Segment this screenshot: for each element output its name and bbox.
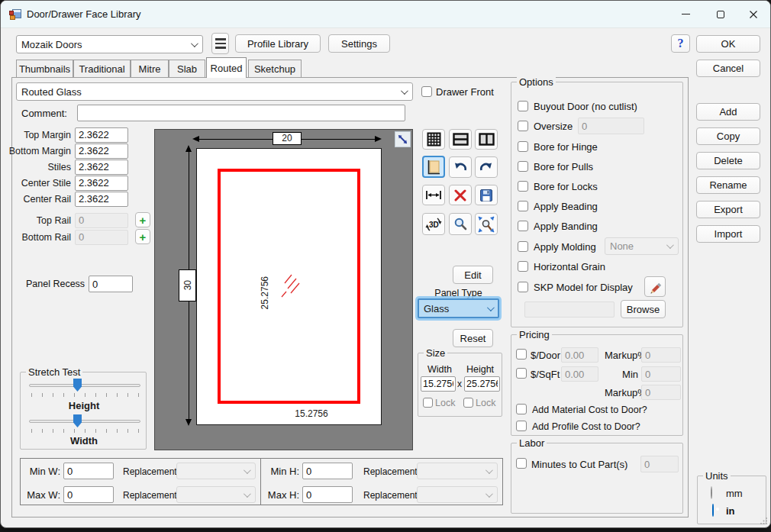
edit-button[interactable]: Edit	[453, 266, 493, 284]
min-w-input[interactable]	[63, 463, 114, 479]
browse-button[interactable]: Browse	[621, 300, 666, 318]
tab-routed[interactable]: Routed	[206, 57, 247, 78]
zoom-button[interactable]	[449, 213, 472, 235]
add-bottom-rail-button[interactable]: +	[135, 229, 150, 244]
apply-beading-checkbox[interactable]	[518, 201, 528, 211]
minimize-button[interactable]	[669, 1, 703, 27]
tab-thumbnails[interactable]: Thumbnails	[16, 60, 73, 77]
width-slider-track[interactable]	[29, 420, 140, 423]
center-stile-input[interactable]	[75, 176, 128, 191]
grid-layout-button[interactable]	[422, 129, 445, 150]
settings-button[interactable]: Settings	[328, 34, 390, 53]
max-h-replacement-select[interactable]	[417, 486, 498, 503]
zoom-extents-button[interactable]	[475, 213, 498, 235]
undo-button[interactable]	[449, 156, 472, 178]
close-button[interactable]	[736, 1, 770, 27]
apply-banding-checkbox[interactable]	[518, 221, 528, 231]
height-slider-track[interactable]	[29, 384, 140, 387]
skp-path-input[interactable]	[524, 301, 615, 318]
redo-button[interactable]	[475, 156, 498, 178]
add-material-cost-checkbox[interactable]	[516, 404, 527, 414]
lock-width-checkbox[interactable]	[423, 398, 433, 408]
max-w-input[interactable]	[63, 486, 114, 503]
add-button[interactable]: Add	[696, 103, 760, 121]
drawer-front-checkbox[interactable]	[421, 86, 432, 97]
minutes-to-cut-input[interactable]	[640, 456, 679, 472]
add-top-rail-button[interactable]: +	[135, 212, 150, 227]
lock-height-checkbox[interactable]	[463, 398, 473, 408]
split-horizontal-button[interactable]	[449, 129, 472, 150]
width-slider-ticks	[31, 429, 139, 433]
replacement-label: Replacement:	[123, 466, 179, 477]
markup1-input[interactable]	[641, 347, 681, 363]
tab-traditional[interactable]: Traditional	[73, 60, 131, 77]
apply-molding-select[interactable]: None	[605, 237, 679, 255]
horizontal-grain-checkbox[interactable]	[518, 261, 528, 272]
top-margin-input[interactable]	[75, 127, 128, 143]
per-door-input[interactable]	[561, 347, 598, 363]
panel-recess-input[interactable]	[89, 276, 133, 292]
tab-slab[interactable]: Slab	[169, 60, 205, 77]
rename-button[interactable]: Rename	[696, 176, 760, 194]
ok-button[interactable]: OK	[696, 35, 760, 53]
bore-pulls-checkbox[interactable]	[518, 161, 528, 172]
panel-mode-button[interactable]	[422, 156, 445, 178]
height-slider-thumb[interactable]	[73, 379, 82, 392]
min-w-replacement-select[interactable]	[176, 463, 256, 479]
min-h-replacement-select[interactable]	[417, 463, 498, 479]
import-button[interactable]: Import	[696, 225, 760, 243]
oversize-input[interactable]	[578, 118, 644, 134]
per-door-checkbox[interactable]	[516, 349, 527, 360]
oversize-checkbox[interactable]	[518, 121, 528, 131]
max-w-replacement-select[interactable]	[176, 486, 256, 503]
bottom-margin-input[interactable]	[75, 143, 128, 159]
apply-molding-checkbox[interactable]	[518, 241, 528, 252]
minutes-to-cut-checkbox[interactable]	[516, 458, 527, 469]
overall-height-value[interactable]: 30	[179, 269, 196, 301]
bottom-rail-input[interactable]	[75, 230, 128, 245]
width-slider-thumb[interactable]	[73, 414, 82, 427]
delete-button[interactable]: Delete	[696, 152, 760, 169]
size-width-input[interactable]	[421, 376, 456, 392]
export-button[interactable]: Export	[696, 201, 760, 218]
markup2-input[interactable]	[641, 385, 681, 400]
max-h-input[interactable]	[302, 486, 353, 503]
window-resize-grip[interactable]	[760, 517, 768, 525]
top-rail-input[interactable]	[75, 213, 128, 228]
skp-model-checkbox[interactable]	[518, 282, 528, 292]
add-profile-cost-checkbox[interactable]	[516, 421, 527, 431]
per-sqft-checkbox[interactable]	[516, 368, 527, 379]
dimension-button[interactable]	[422, 185, 445, 205]
skp-edit-button[interactable]	[644, 276, 666, 297]
bore-hinge-checkbox[interactable]	[518, 141, 528, 152]
split-vertical-button[interactable]	[475, 129, 498, 150]
tab-mitre[interactable]: Mitre	[131, 60, 169, 77]
copy-button[interactable]: Copy	[696, 127, 760, 145]
maximize-button[interactable]	[703, 1, 737, 27]
menu-button[interactable]	[211, 33, 229, 54]
min-h-input[interactable]	[302, 463, 353, 479]
stiles-input[interactable]	[75, 160, 128, 175]
help-button[interactable]: ?	[671, 34, 690, 53]
panel-type-select[interactable]: Glass	[418, 298, 499, 318]
profile-library-button[interactable]: Profile Library	[235, 34, 321, 53]
door-library-select[interactable]: Mozaik Doors	[16, 35, 203, 53]
door-style-select[interactable]: Routed Glass	[16, 82, 413, 101]
reset-button[interactable]: Reset	[453, 329, 493, 347]
units-in-radio[interactable]	[712, 504, 714, 517]
units-mm-radio[interactable]	[711, 486, 712, 499]
tab-sketchup[interactable]: Sketchup	[248, 60, 302, 77]
rotate-3d-button[interactable]: 3D	[422, 213, 445, 235]
buyout-door-checkbox[interactable]	[518, 101, 528, 111]
delete-section-button[interactable]	[449, 185, 472, 205]
size-height-input[interactable]	[464, 376, 500, 392]
overall-width-value[interactable]: 20	[273, 132, 302, 145]
preview-resize-button[interactable]	[395, 131, 411, 147]
per-sqft-input[interactable]	[561, 366, 598, 382]
bore-locks-checkbox[interactable]	[518, 181, 528, 192]
save-button[interactable]	[475, 185, 498, 205]
center-rail-input[interactable]	[75, 192, 128, 207]
comment-input[interactable]	[77, 105, 405, 121]
cancel-button[interactable]: Cancel	[696, 60, 760, 77]
min-input[interactable]	[641, 366, 681, 382]
